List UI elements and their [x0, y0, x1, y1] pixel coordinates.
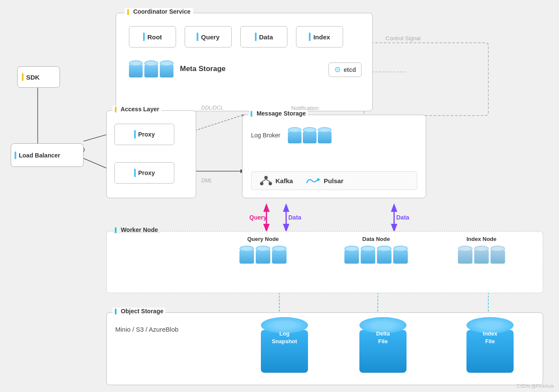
sdk-box: SDK: [17, 66, 60, 88]
message-storage-box: Message Storage Log Broker: [242, 115, 426, 198]
log-snapshot-label: Log Snapshot: [261, 330, 308, 345]
gear-icon: ⚙: [334, 65, 341, 74]
index-node-area: Index Node: [458, 236, 505, 264]
control-signal-label: Control Signal: [386, 35, 421, 42]
access-layer-title: Access Layer: [113, 106, 161, 113]
log-broker-area: Log Broker: [251, 127, 332, 143]
meta-db-1: [129, 60, 143, 77]
svg-point-27: [264, 176, 268, 179]
delta-file-cylinder: Delta File: [359, 317, 407, 373]
svg-marker-32: [317, 178, 320, 181]
kafka-item: Kafka: [260, 176, 293, 185]
in-db-1: [458, 246, 472, 264]
query-coord-accent: [197, 33, 198, 41]
worker-node-box: Worker Node Query Node: [106, 231, 543, 293]
proxy2-accent: [134, 169, 136, 177]
svg-line-6: [188, 115, 244, 133]
lb-text: Load Balancer: [19, 152, 60, 159]
log-snapshot-cylinder: Log Snapshot: [261, 317, 308, 373]
query-flow-label: Query: [249, 214, 266, 221]
query-node-dbs: [239, 246, 287, 264]
root-node: Root: [129, 26, 176, 48]
worker-accent: [115, 227, 117, 233]
proxy1-accent: [134, 130, 136, 139]
delta-file-label: Delta File: [359, 330, 407, 345]
access-layer-box: Access Layer Proxy Proxy: [106, 110, 196, 198]
svg-line-31: [266, 179, 270, 182]
kafka-icon: [260, 176, 272, 185]
architecture-diagram: SDK Proxy Load Balancer Coordinator Serv…: [0, 0, 559, 392]
data-coord-node: Data: [240, 26, 287, 48]
load-balancer-box: Proxy Load Balancer: [11, 143, 84, 167]
data-flow-label-1: Data: [288, 214, 301, 221]
access-accent: [115, 107, 117, 113]
coord-accent: [127, 9, 129, 15]
proxy2-box: Proxy: [114, 162, 174, 184]
meta-db-group: [129, 60, 173, 77]
meta-storage-label: Meta Storage: [180, 65, 226, 73]
query-coord-node: Query: [185, 26, 232, 48]
index-coord-node: Index: [296, 26, 343, 48]
message-storage-title: Message Storage: [248, 110, 308, 117]
qn-db-2: [256, 246, 270, 264]
obj-accent: [115, 309, 117, 315]
dn-db-2: [361, 246, 375, 264]
watermark: CSDN @PinkHub: [517, 383, 554, 389]
data-node-area: Data Node: [344, 236, 408, 264]
svg-rect-12: [364, 43, 488, 116]
pulsar-item: Pulsar: [306, 176, 344, 185]
meta-db-2: [144, 60, 158, 77]
dn-db-3: [377, 246, 392, 264]
index-file-label: Index File: [466, 330, 514, 345]
proxy1-box: Proxy: [114, 124, 174, 145]
object-storage-box: Object Storage Minio / S3 / AzureBlob Lo…: [106, 312, 543, 385]
etcd-box: ⚙ etcd: [329, 62, 362, 77]
lb-db-1: [288, 127, 302, 143]
minio-label: Minio / S3 / AzureBlob: [115, 326, 179, 333]
worker-node-title: Worker Node: [113, 226, 160, 233]
data-node-dbs: [344, 246, 408, 264]
log-broker-db-group: [288, 127, 332, 143]
pulsar-icon: [306, 176, 320, 185]
in-db-2: [474, 246, 489, 264]
lb-accent: [15, 151, 16, 159]
query-node-label: Query Node: [239, 236, 287, 242]
root-accent: [143, 33, 145, 41]
qn-db-3: [272, 246, 287, 264]
lb-db-3: [318, 127, 332, 143]
object-storage-title: Object Storage: [113, 308, 165, 315]
dml-label: DML: [201, 178, 212, 184]
meta-storage-area: Meta Storage: [129, 60, 226, 77]
index-node-dbs: [458, 246, 505, 264]
index-node-label: Index Node: [458, 236, 505, 242]
svg-point-28: [260, 182, 263, 185]
msg-accent: [251, 111, 252, 117]
index-coord-accent: [309, 33, 311, 41]
meta-db-3: [160, 60, 173, 77]
dn-db-1: [344, 246, 359, 264]
coordinator-title: Coordinator Service: [125, 8, 193, 15]
svg-line-30: [262, 179, 266, 182]
index-file-cylinder: Index File: [466, 317, 514, 373]
data-node-label: Data Node: [344, 236, 408, 242]
query-node-area: Query Node: [239, 236, 287, 264]
data-coord-accent: [255, 33, 257, 41]
qn-db-1: [239, 246, 254, 264]
data-flow-label-2: Data: [396, 214, 409, 221]
kafka-label: Kafka: [275, 177, 293, 184]
coordinator-box: Coordinator Service Root Query Data Inde…: [116, 13, 373, 111]
etcd-label: etcd: [344, 66, 356, 73]
kafka-pulsar-row: Kafka Pulsar: [251, 171, 417, 190]
dn-db-4: [393, 246, 408, 264]
sdk-accent: [22, 73, 24, 81]
ddl-dcl-label: DDL/DCL: [201, 105, 223, 111]
pulsar-label: Pulsar: [324, 177, 344, 184]
svg-point-29: [269, 182, 272, 185]
sdk-label: SDK: [26, 74, 40, 81]
in-db-3: [490, 246, 505, 264]
lb-db-2: [303, 127, 317, 143]
log-broker-label: Log Broker: [251, 132, 280, 139]
